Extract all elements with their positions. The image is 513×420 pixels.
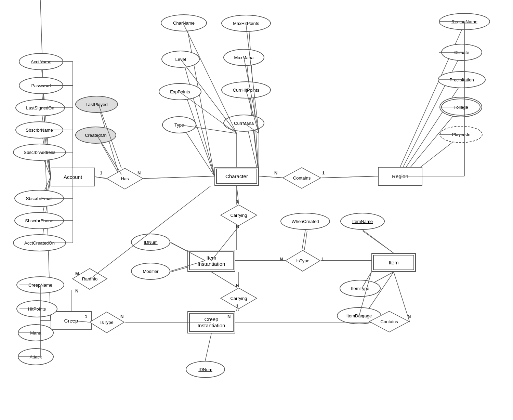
attr-acctname: AcctName: [19, 53, 63, 70]
attr-maxhitpoints: MaxHitPoints: [221, 15, 271, 32]
attr-creepname: CreepName: [16, 276, 64, 293]
diamond-contains-bottom: Contains: [369, 311, 410, 333]
card-n-istype-item-left: N: [280, 257, 283, 262]
entity-region: Region: [378, 167, 422, 186]
attr-maxmana: MaxMana: [223, 49, 264, 66]
diamond-istype-item: IsType: [285, 250, 321, 272]
attr-charname: CharName: [161, 14, 207, 31]
card-1-contains-right: 1: [322, 170, 325, 175]
attr-itemname: ItemName: [340, 213, 385, 230]
card-1-istype-creep-left: 1: [85, 314, 87, 319]
card-n-contains-bottom-left: 1: [362, 314, 364, 319]
card-n-istype-creep-right: N: [120, 314, 123, 319]
attr-acctcreatedon: AcctCreatedOn: [13, 234, 66, 251]
entity-character: Character: [214, 167, 259, 186]
attr-createdon: CreatedOn: [75, 127, 116, 144]
attr-sbscrbr-email: SbscrbrEmail: [14, 190, 64, 207]
entity-item-instantiation: ItemInstantiation: [187, 250, 235, 272]
diamond-contains-top: Contains: [282, 167, 321, 189]
attr-sbscrbraddress: SbscrbrAddress: [13, 144, 66, 161]
attr-exppoints: ExpPoints: [159, 83, 201, 100]
diamond-carrying-creep: Carrying: [220, 287, 258, 310]
attr-attack: Attack: [18, 348, 54, 365]
er-diagram: Account Character Region Item ItemInstan…: [0, 0, 513, 420]
attr-currmana: CurrMana: [223, 115, 264, 132]
attr-regionname: RegionName: [439, 13, 490, 30]
attr-itemtype: ItemType: [340, 280, 381, 297]
attr-hitpoints: HitPoints: [16, 300, 57, 317]
attr-lastplayed: LastPlayed: [75, 96, 118, 113]
attr-precipitation: Precipitation: [438, 71, 486, 88]
card-1-istype-item-right: 1: [321, 257, 324, 262]
card-n-has-right: N: [137, 170, 141, 175]
card-1-carrying-top: 1: [236, 199, 238, 204]
card-1-contains-bottom-right: N: [408, 314, 411, 319]
attr-whencreated: WhenCreated: [280, 213, 330, 230]
attr-sbscrbrname: SbscrbrName: [15, 121, 63, 139]
attr-password: Password: [19, 77, 63, 94]
card-1-has-left: 1: [100, 170, 102, 175]
attr-type: Type: [162, 116, 196, 133]
card-n-raninfo: N: [75, 288, 78, 293]
card-1-carrying-creep-bottom: 1: [236, 303, 238, 309]
attr-climate: Climate: [441, 44, 482, 61]
card-n-carrying-creep-top: N: [236, 283, 239, 288]
diamond-carrying-top: Carrying: [220, 204, 258, 226]
card-n-creepinst-left: N: [227, 314, 231, 319]
attr-idnum1: IDNum: [131, 234, 170, 251]
card-m-raninfo: M: [75, 271, 79, 276]
card-n-carrying-top-bottom: N: [236, 224, 239, 229]
attr-modifier: Modifier: [131, 263, 170, 280]
attr-currhitpoints: CurrHitPoints: [221, 81, 271, 99]
attr-mana: Mana: [18, 324, 54, 341]
attr-foliage: Foliage: [441, 99, 481, 116]
card-n-contains-left: N: [274, 170, 277, 175]
diamond-istype-creep: IsType: [89, 311, 125, 333]
attr-playersin: PlayersIn: [440, 126, 483, 143]
entity-item: Item: [371, 253, 416, 272]
attr-sbscrbr-phone: SbscrbrPhone: [14, 212, 64, 229]
entity-account: Account: [51, 168, 95, 186]
attr-lastsignedon: LastSignedOn: [15, 99, 65, 116]
attr-level: Level: [161, 51, 200, 68]
attr-idnum2: IDNum: [186, 361, 225, 378]
